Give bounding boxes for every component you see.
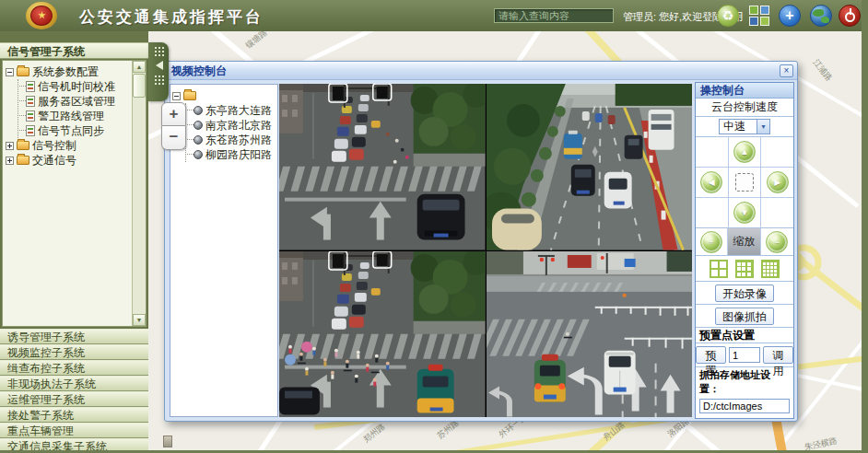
tree-node-folder[interactable]: 交通信号	[6, 153, 130, 168]
tree-scrollbar[interactable]: ▲ ▼	[132, 61, 146, 326]
document-edit-icon	[26, 125, 35, 136]
sidebar-panel-ops-mgmt[interactable]: 运维管理子系统	[0, 391, 148, 407]
map-zoom-control: + −	[161, 102, 186, 150]
pan-stop-button[interactable]	[735, 173, 754, 192]
scrollbar-thumb[interactable]	[133, 74, 146, 98]
zoom-in-button[interactable]: +	[700, 231, 722, 253]
layout-4split-icon[interactable]	[710, 260, 728, 278]
add-icon[interactable]: +	[779, 5, 801, 27]
folder-icon	[17, 156, 29, 165]
worker	[622, 293, 626, 296]
speed-select[interactable]: 中速 ▼	[719, 119, 770, 134]
sidebar-panel-signal-mgmt[interactable]: 信号管理子系统	[0, 42, 148, 59]
control-panel-title: 操控制台	[696, 83, 793, 99]
app-title: 公安交通集成指挥平台	[79, 6, 264, 28]
umbrella-blue	[285, 354, 296, 365]
video-feed-2[interactable]	[487, 84, 693, 250]
tree-node-leaf[interactable]: 信号节点同步	[19, 123, 130, 138]
collapse-arrow-icon	[151, 61, 163, 70]
preset-button[interactable]: 预置	[696, 346, 726, 364]
white-van	[604, 350, 635, 394]
start-record-button[interactable]: 开始录像	[715, 285, 774, 302]
snapshot-button[interactable]: 图像抓拍	[715, 308, 774, 325]
sidebar: 信号管理子系统 系统参数配置 信号机时间校准 服务器区域管理 警卫路线管理 信号…	[0, 31, 148, 453]
video-grid	[279, 84, 692, 417]
folder-open-icon	[17, 67, 29, 76]
ptz-speed-label: 云台控制速度	[696, 99, 793, 117]
sidebar-panel-offsite-enforcement[interactable]: 非现场执法子系统	[0, 376, 148, 391]
camera-icon	[194, 150, 203, 159]
sidebar-accordion: 诱导管理子系统 视频监控子系统 缉查布控子系统 非现场执法子系统 运维管理子系统…	[0, 329, 148, 453]
scroll-down-icon[interactable]: ▼	[133, 314, 146, 326]
pan-right-button[interactable]: ▶	[767, 171, 789, 193]
dialog-title-bar[interactable]: 视频控制台	[165, 62, 797, 80]
search-input[interactable]	[494, 8, 614, 23]
camera-icon	[194, 106, 203, 115]
camera-tree-item[interactable]: 东亭路大连路	[187, 103, 276, 118]
ptz-direction-pad: ▲ ◀ ▶ ▼	[696, 137, 793, 228]
document-edit-icon	[26, 110, 35, 122]
sidebar-panel-key-vehicles[interactable]: 重点车辆管理	[0, 423, 148, 438]
sidebar-panel-inspection-control[interactable]: 缉查布控子系统	[0, 360, 148, 376]
zoom-out-button[interactable]: −	[766, 231, 788, 253]
sidebar-collapse-handle[interactable]	[148, 42, 169, 101]
tree-node-leaf[interactable]: 服务器区域管理	[19, 94, 130, 109]
chevron-down-icon[interactable]: ▼	[757, 120, 769, 134]
cyclist	[563, 336, 571, 338]
grip-dots-icon	[154, 75, 164, 86]
sidebar-panel-video-surveillance[interactable]: 视频监控子系统	[0, 344, 148, 360]
folder-open-icon	[183, 91, 196, 100]
tree-node-folder[interactable]: 信号控制	[6, 138, 130, 153]
layout-grid-icon[interactable]	[748, 5, 770, 27]
power-logout-icon[interactable]	[839, 5, 861, 27]
map-landmark-icon	[163, 436, 172, 447]
expand-icon[interactable]	[6, 142, 14, 150]
preset-call-button[interactable]: 调用	[763, 346, 793, 364]
folder-icon	[17, 141, 29, 150]
top-header-bar: 公安交通集成指挥平台 管理员: 您好,欢迎登陆使用 ♻ +	[0, 0, 868, 31]
dark-sedan-2	[570, 165, 594, 196]
layout-16split-icon[interactable]	[761, 260, 780, 278]
zoom-label[interactable]: 缩放	[728, 228, 759, 255]
dark-sedan-1	[624, 135, 642, 159]
zoom-controls: + 缩放 −	[696, 228, 793, 256]
globe-map-icon[interactable]	[810, 5, 832, 27]
pan-left-button[interactable]: ◀	[700, 171, 722, 193]
tree-node-leaf[interactable]: 信号机时间校准	[19, 79, 130, 94]
map-zoom-in-button[interactable]: +	[161, 102, 186, 126]
taxi	[563, 131, 581, 159]
sidebar-panel-guidance[interactable]: 诱导管理子系统	[0, 329, 148, 344]
collapse-icon[interactable]	[172, 92, 181, 100]
video-feed-3[interactable]	[279, 251, 486, 418]
pan-up-button[interactable]: ▲	[733, 141, 756, 163]
green-taxi	[534, 354, 565, 401]
expand-icon[interactable]	[6, 157, 14, 165]
map-zoom-out-button[interactable]: −	[161, 126, 186, 150]
application-window: 公安交通集成指挥平台 管理员: 您好,欢迎登陆使用 ♻ + 信号管理子系统 系统…	[0, 0, 868, 453]
ptz-control-panel: 操控制台 云台控制速度 中速 ▼ ▲ ◀ ▶ ▼ + 缩	[695, 82, 794, 419]
storage-path-input[interactable]	[699, 399, 790, 413]
camera-icon	[194, 121, 203, 130]
sidebar-panel-alarm-dispatch[interactable]: 接处警子系统	[0, 407, 148, 423]
collapse-icon[interactable]	[6, 68, 14, 76]
camera-tree-item[interactable]: 南京路北京路	[187, 118, 276, 133]
scroll-up-icon[interactable]: ▲	[133, 61, 146, 73]
camera-tree-item[interactable]: 东苍路苏州路	[187, 133, 276, 147]
red-banner	[567, 254, 591, 267]
video-feed-1[interactable]	[279, 84, 486, 250]
camera-tree-root[interactable]	[172, 88, 276, 103]
dark-car-corner	[279, 387, 320, 414]
video-feed-4[interactable]	[487, 251, 693, 418]
tree-node-leaf[interactable]: 警卫路线管理	[19, 109, 130, 123]
layout-9split-icon[interactable]	[735, 260, 754, 278]
preset-number-input[interactable]	[729, 347, 760, 363]
refresh-icon[interactable]: ♻	[717, 5, 739, 27]
preset-section-label: 预置点设置	[696, 328, 793, 343]
camera-icon	[194, 135, 203, 145]
camera-tree-item[interactable]: 柳园路庆阳路	[187, 147, 276, 162]
tree-node-root[interactable]: 系统参数配置	[6, 64, 130, 79]
close-icon[interactable]: ×	[780, 64, 793, 77]
trees-left	[487, 251, 523, 275]
pan-down-button[interactable]: ▼	[733, 202, 756, 224]
dark-car	[417, 194, 465, 240]
